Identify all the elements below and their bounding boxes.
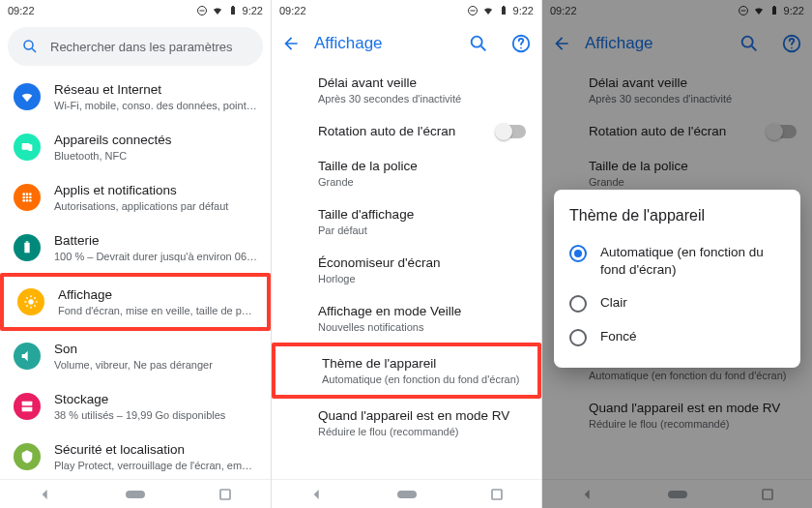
row-battery[interactable]: Batterie100 % – Devrait durer jusqu'à en… [0, 223, 271, 273]
status-bar: 09:22 9:22 [272, 0, 541, 21]
row-sleep[interactable]: Délai avant veilleAprès 30 secondes d'in… [272, 66, 541, 114]
radio-icon [569, 245, 587, 262]
svg-rect-3 [232, 6, 234, 7]
battery-row-icon [14, 234, 41, 261]
row-display[interactable]: AffichageFond d'écran, mise en veille, t… [0, 273, 271, 331]
svg-line-25 [34, 305, 35, 306]
svg-point-8 [22, 193, 25, 195]
row-network[interactable]: Réseau et InternetWi-Fi, mobile, conso. … [0, 72, 271, 122]
svg-point-12 [26, 196, 29, 199]
nav-bar [0, 479, 271, 508]
svg-point-13 [29, 196, 32, 199]
back-button[interactable] [281, 34, 301, 53]
nav-recent[interactable] [487, 485, 507, 504]
svg-point-4 [24, 41, 33, 49]
status-time-right: 9:22 [513, 5, 534, 16]
help-button[interactable] [510, 33, 532, 54]
svg-line-24 [26, 297, 27, 298]
row-displaysize[interactable]: Taille d'affichagePar défaut [272, 197, 541, 246]
row-devices[interactable]: Appareils connectésBluetooth, NFC [0, 122, 271, 172]
row-fontsize[interactable]: Taille de la policeGrande [272, 149, 541, 197]
panel-theme-dialog: 09:22 9:22 Affichage Délai avant veilleA… [541, 0, 812, 508]
svg-point-9 [26, 193, 29, 195]
search-placeholder: Rechercher dans les paramètres [50, 40, 233, 54]
devices-icon [14, 134, 41, 161]
nav-back[interactable] [307, 485, 327, 504]
svg-rect-7 [28, 144, 32, 151]
settings-list: Réseau et InternetWi-Fi, mobile, conso. … [0, 72, 271, 479]
row-security[interactable]: Sécurité et localisationPlay Protect, ve… [0, 432, 271, 479]
display-list: Délai avant veilleAprès 30 secondes d'in… [272, 66, 541, 479]
row-vr[interactable]: Quand l'appareil est en mode RVRéduire l… [272, 399, 541, 447]
status-time-right: 9:22 [243, 5, 263, 16]
svg-point-19 [28, 299, 33, 304]
battery-icon [498, 5, 509, 16]
theme-dialog: Thème de l'appareil Automatique (en fonc… [554, 190, 800, 368]
svg-point-16 [29, 199, 32, 202]
display-icon [17, 288, 44, 315]
battery-icon [227, 5, 239, 16]
status-time: 09:22 [279, 5, 306, 16]
search-input[interactable]: Rechercher dans les paramètres [8, 27, 263, 66]
svg-line-36 [481, 46, 486, 51]
dialog-title: Thème de l'appareil [569, 207, 785, 224]
svg-rect-2 [231, 7, 235, 15]
row-storage[interactable]: Stockage38 % utilisés – 19,99 Go disponi… [0, 381, 271, 432]
svg-rect-32 [470, 11, 475, 12]
nav-home[interactable] [126, 485, 145, 504]
svg-line-26 [26, 305, 27, 306]
svg-point-10 [29, 193, 32, 195]
svg-rect-17 [24, 243, 29, 254]
svg-line-27 [34, 297, 35, 298]
panel-settings-root: 09:22 9:22 Rechercher dans les paramètre… [0, 0, 271, 508]
row-device-theme[interactable]: Thème de l'appareilAutomatique (en fonct… [272, 343, 541, 399]
svg-rect-30 [220, 490, 230, 499]
svg-line-5 [32, 48, 36, 52]
dnd-icon [196, 5, 208, 16]
svg-point-38 [520, 47, 522, 49]
svg-point-35 [472, 37, 482, 47]
radio-icon [569, 295, 587, 313]
panel-display-settings: 09:22 9:22 Affichage Délai avant veilleA… [271, 0, 541, 508]
svg-point-14 [22, 199, 25, 202]
security-icon [14, 443, 41, 470]
option-auto[interactable]: Automatique (en fonction du fond d'écran… [569, 236, 785, 286]
nav-bar [272, 479, 541, 508]
page-title: Affichage [314, 34, 447, 53]
option-light[interactable]: Clair [569, 286, 785, 320]
svg-rect-28 [22, 402, 33, 406]
appbar: Affichage [272, 21, 541, 66]
svg-point-11 [22, 196, 25, 199]
svg-rect-18 [26, 241, 29, 242]
search-icon [21, 38, 39, 55]
row-screensaver[interactable]: Économiseur d'écranHorloge [272, 246, 541, 294]
svg-rect-34 [503, 6, 505, 7]
storage-icon [14, 393, 41, 420]
status-time: 09:22 [8, 5, 35, 16]
row-autorotate[interactable]: Rotation auto de l'écran [272, 114, 541, 149]
row-ambient[interactable]: Affichage en mode VeilleNouvelles notifi… [272, 294, 541, 343]
svg-point-15 [26, 199, 29, 202]
row-sound[interactable]: SonVolume, vibreur, Ne pas déranger [0, 331, 271, 381]
status-bar: 09:22 9:22 [0, 0, 271, 21]
row-apps[interactable]: Applis et notificationsAutorisations, ap… [0, 172, 271, 223]
nav-recent[interactable] [216, 485, 235, 504]
network-icon [14, 83, 41, 110]
svg-rect-1 [199, 11, 204, 12]
nav-home[interactable] [397, 485, 417, 504]
radio-icon [569, 329, 587, 346]
search-button[interactable] [468, 33, 489, 54]
apps-icon [14, 184, 41, 211]
svg-rect-39 [492, 490, 502, 499]
sound-icon [14, 343, 41, 370]
wifi-icon [482, 5, 494, 16]
autorotate-toggle[interactable] [497, 125, 526, 138]
svg-rect-33 [502, 7, 506, 15]
svg-rect-29 [22, 407, 33, 412]
nav-back[interactable] [36, 485, 55, 504]
option-dark[interactable]: Foncé [569, 320, 785, 354]
wifi-icon [212, 5, 223, 16]
dnd-icon [467, 5, 478, 16]
